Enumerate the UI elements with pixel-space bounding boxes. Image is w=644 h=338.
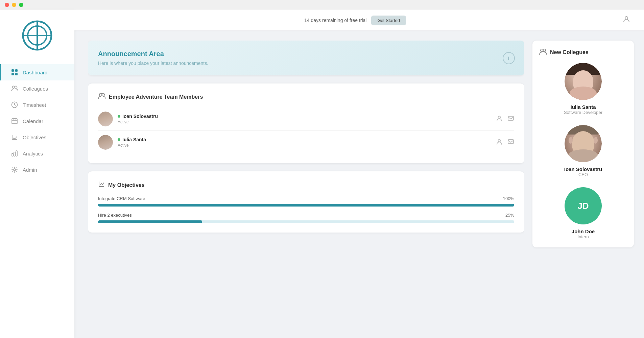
svg-point-9 xyxy=(15,86,17,89)
sidebar-item-label-analytics: Analytics xyxy=(23,151,43,156)
list-item: Hire 2 executives 25% xyxy=(98,213,514,223)
svg-rect-19 xyxy=(16,151,17,156)
member-status: Active xyxy=(118,120,496,124)
new-colleagues-title: New Collegues xyxy=(550,49,589,55)
top-bar: 14 days remaining of free trial Get Star… xyxy=(74,10,644,30)
objective-percent: 100% xyxy=(503,196,514,201)
trial-text: 14 days remaining of free trial xyxy=(304,18,366,23)
objective-label: Hire 2 executives xyxy=(98,213,132,218)
member-actions xyxy=(496,138,514,147)
avatar: JD xyxy=(565,187,602,224)
table-row: Iulia Santa Active xyxy=(98,131,514,154)
sidebar-item-label-timesheet: Timesheet xyxy=(23,102,46,108)
member-info: Ioan Solovastru Active xyxy=(118,114,496,124)
progress-bar-background xyxy=(98,220,514,223)
svg-rect-13 xyxy=(12,119,17,124)
sidebar-item-label-colleagues: Colleagues xyxy=(23,86,48,92)
sidebar-item-colleagues[interactable]: Colleagues xyxy=(0,80,74,97)
new-colleagues-header: New Collegues xyxy=(539,49,627,56)
window-chrome xyxy=(0,0,644,10)
objective-percent: 25% xyxy=(505,213,514,218)
svg-rect-25 xyxy=(508,116,514,120)
trial-notice: 14 days remaining of free trial Get Star… xyxy=(304,16,406,25)
member-actions xyxy=(496,115,514,123)
analytics-icon xyxy=(11,150,18,157)
sidebar-item-admin[interactable]: Admin xyxy=(0,162,74,178)
send-message-button[interactable] xyxy=(507,115,514,123)
objectives-title: My Objectives xyxy=(108,182,145,188)
team-header-icon xyxy=(98,93,105,101)
maximize-button[interactable] xyxy=(19,3,23,7)
timesheet-icon xyxy=(11,101,18,108)
colleague-role: Intern xyxy=(577,234,589,239)
list-item: Ioan Solovastru CEO xyxy=(539,125,627,177)
objective-label: Integrate CRM Software xyxy=(98,196,145,201)
colleague-role: Software Developer xyxy=(564,110,602,115)
nav-menu: Dashboard Colleagues xyxy=(0,64,74,178)
announcement-title: Announcement Area xyxy=(98,50,514,58)
sidebar-item-label-objectives: Objectives xyxy=(23,135,46,140)
left-column: Announcement Area Here is where you plac… xyxy=(88,41,524,328)
sidebar-item-dashboard[interactable]: Dashboard xyxy=(0,64,74,80)
team-members-card: Employee Adventure Team Members Ioan Sol… xyxy=(88,83,524,163)
member-info: Iulia Santa Active xyxy=(118,137,496,148)
sidebar-item-label-dashboard: Dashboard xyxy=(23,70,47,75)
member-name: Iulia Santa xyxy=(118,137,496,142)
colleague-name: Iulia Santa xyxy=(570,104,596,110)
objectives-card-header: My Objectives xyxy=(98,181,514,189)
list-item: Iulia Santa Software Developer xyxy=(539,63,627,115)
member-status: Active xyxy=(118,143,496,148)
app-container: Dashboard Colleagues xyxy=(0,10,644,338)
calendar-icon xyxy=(11,118,18,124)
avatar xyxy=(98,135,113,150)
objectives-icon xyxy=(11,134,18,141)
sidebar-item-label-admin: Admin xyxy=(23,167,37,173)
sidebar-item-label-calendar: Calendar xyxy=(23,118,43,124)
avatar xyxy=(565,63,602,100)
info-button[interactable]: i xyxy=(503,52,515,64)
get-started-button[interactable]: Get Started xyxy=(371,16,406,25)
colleague-name: John Doe xyxy=(572,228,595,234)
sidebar-item-objectives[interactable]: Objectives xyxy=(0,129,74,145)
progress-bar-fill xyxy=(98,204,514,207)
svg-point-24 xyxy=(498,116,501,118)
view-profile-button[interactable] xyxy=(496,115,503,123)
member-name: Ioan Solovastru xyxy=(118,114,496,119)
svg-point-20 xyxy=(14,169,16,171)
objective-label-row: Integrate CRM Software 100% xyxy=(98,196,514,201)
svg-rect-17 xyxy=(12,153,13,156)
svg-rect-5 xyxy=(15,69,18,72)
colleague-role: CEO xyxy=(578,172,588,177)
objectives-card: My Objectives Integrate CRM Software 100… xyxy=(88,171,524,233)
team-card-header: Employee Adventure Team Members xyxy=(98,93,514,101)
svg-point-26 xyxy=(498,139,501,142)
list-item: Integrate CRM Software 100% xyxy=(98,196,514,207)
user-profile-icon[interactable] xyxy=(622,15,630,25)
sidebar-item-analytics[interactable]: Analytics xyxy=(0,145,74,162)
main-content: 14 days remaining of free trial Get Star… xyxy=(74,10,644,338)
send-message-button[interactable] xyxy=(507,138,514,147)
colleagues-icon xyxy=(11,85,18,92)
view-profile-button[interactable] xyxy=(496,138,503,147)
svg-rect-7 xyxy=(15,73,18,75)
objectives-header-icon xyxy=(98,181,105,189)
avatar xyxy=(565,125,602,162)
table-row: Ioan Solovastru Active xyxy=(98,107,514,131)
svg-rect-4 xyxy=(11,69,14,72)
svg-point-21 xyxy=(625,17,628,19)
announcement-card: Announcement Area Here is where you plac… xyxy=(88,41,524,75)
svg-rect-27 xyxy=(508,140,514,144)
sidebar-item-calendar[interactable]: Calendar xyxy=(0,113,74,129)
announcement-subtitle: Here is where you place your latest anno… xyxy=(98,61,514,66)
new-colleagues-card: New Collegues xyxy=(532,41,634,247)
close-button[interactable] xyxy=(5,3,9,7)
avatar xyxy=(98,112,113,126)
sidebar-item-timesheet[interactable]: Timesheet xyxy=(0,97,74,113)
objective-label-row: Hire 2 executives 25% xyxy=(98,213,514,218)
svg-line-12 xyxy=(15,105,16,105)
logo xyxy=(22,20,52,51)
colleague-name: Ioan Solovastru xyxy=(564,166,602,172)
minimize-button[interactable] xyxy=(12,3,16,7)
progress-bar-fill xyxy=(98,220,202,223)
svg-rect-18 xyxy=(14,152,15,156)
